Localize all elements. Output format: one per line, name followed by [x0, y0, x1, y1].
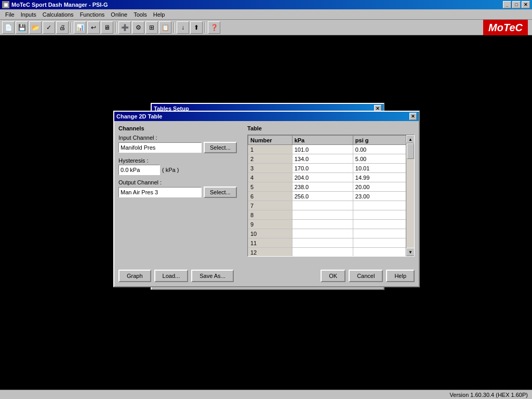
output-channel-select-button[interactable]: Select...	[204, 187, 237, 198]
cell-number: 3	[248, 164, 292, 173]
toolbar-help[interactable]: ❓	[208, 21, 220, 34]
table-row[interactable]: 8	[248, 210, 414, 220]
toolbar-monitor[interactable]: 🖥	[101, 21, 113, 34]
cell-kpa[interactable]: 101.0	[292, 145, 353, 154]
toolbar-add[interactable]: ➕	[118, 21, 131, 34]
cell-psig[interactable]: 23.00	[353, 192, 414, 201]
cell-psig[interactable]	[353, 201, 414, 210]
cell-psig[interactable]: 14.99	[353, 173, 414, 182]
output-channel-row: Select...	[118, 187, 243, 198]
change-2d-titlebar: Change 2D Table ✕	[114, 112, 419, 121]
cell-kpa[interactable]: 238.0	[292, 182, 353, 192]
hysteresis-unit-label: ( kPa )	[162, 167, 179, 173]
toolbar-sep3	[174, 22, 175, 33]
table-body: 1101.00.002134.05.003170.010.014204.014.…	[248, 145, 414, 257]
table-row[interactable]: 5238.020.00	[248, 182, 414, 192]
motec-logo: MoTeC	[483, 20, 528, 36]
graph-button[interactable]: Graph	[118, 270, 151, 282]
app-title: MoTeC Sport Dash Manager - PSI-G	[11, 2, 108, 8]
dialog-body: Channels Input Channel : Select... Hyste…	[114, 121, 419, 265]
cell-psig[interactable]: 5.00	[353, 154, 414, 164]
menu-functions[interactable]: Functions	[77, 10, 108, 19]
ok-button[interactable]: OK	[321, 270, 345, 282]
cell-kpa[interactable]	[292, 210, 353, 220]
minimize-button[interactable]: _	[503, 1, 511, 8]
cell-psig[interactable]	[353, 238, 414, 248]
cell-psig[interactable]: 0.00	[353, 145, 414, 154]
table-row[interactable]: 11	[248, 238, 414, 248]
data-table: Number kPa psi g 1101.00.002134.05.00317…	[248, 135, 414, 257]
menu-online[interactable]: Online	[108, 10, 130, 19]
menu-calculations[interactable]: Calculations	[39, 10, 77, 19]
cell-kpa[interactable]: 256.0	[292, 192, 353, 201]
cell-number: 5	[248, 182, 292, 192]
toolbar-grid[interactable]: ⊞	[145, 21, 158, 34]
table-row[interactable]: 10	[248, 229, 414, 238]
save-as-button[interactable]: Save As...	[191, 270, 234, 282]
toolbar-open[interactable]: 📂	[29, 21, 42, 34]
app-icon: ▣	[2, 1, 9, 8]
output-channel-field[interactable]	[118, 187, 202, 197]
hysteresis-field[interactable]	[118, 165, 160, 175]
cell-kpa[interactable]: 170.0	[292, 164, 353, 173]
cell-kpa[interactable]: 134.0	[292, 154, 353, 164]
col-kpa: kPa	[292, 136, 353, 145]
cell-psig[interactable]: 20.00	[353, 182, 414, 192]
scroll-up-button[interactable]: ▲	[406, 135, 415, 143]
table-row[interactable]: 7	[248, 201, 414, 210]
cell-kpa[interactable]	[292, 229, 353, 238]
cell-kpa[interactable]: 204.0	[292, 173, 353, 182]
main-area: Tables Setup ✕ Change 2D Table ✕ Channel…	[0, 35, 532, 390]
table-row[interactable]: 6256.023.00	[248, 192, 414, 201]
input-channel-select-button[interactable]: Select...	[204, 142, 237, 153]
table-row[interactable]: 9	[248, 220, 414, 229]
table-row[interactable]: 12	[248, 248, 414, 257]
table-row[interactable]: 1101.00.00	[248, 145, 414, 154]
cell-psig[interactable]	[353, 229, 414, 238]
dialog-footer: Graph Load... Save As... OK Cancel Help	[114, 265, 419, 286]
menu-tools[interactable]: Tools	[130, 10, 150, 19]
table-row[interactable]: 2134.05.00	[248, 154, 414, 164]
close-button[interactable]: ✕	[522, 1, 530, 8]
toolbar-up[interactable]: ⬆	[190, 21, 203, 34]
scroll-thumb[interactable]	[407, 143, 414, 159]
table-row[interactable]: 3170.010.01	[248, 164, 414, 173]
input-channel-field[interactable]	[118, 142, 202, 153]
scroll-track	[406, 143, 414, 248]
table-row[interactable]: 4204.014.99	[248, 173, 414, 182]
cell-number: 4	[248, 173, 292, 182]
cell-number: 9	[248, 220, 292, 229]
toolbar-save[interactable]: 💾	[16, 21, 28, 34]
cell-kpa[interactable]	[292, 220, 353, 229]
cell-psig[interactable]	[353, 248, 414, 257]
toolbar-down[interactable]: ↓	[177, 21, 189, 34]
title-bar: ▣ MoTeC Sport Dash Manager - PSI-G _ □ ✕	[0, 0, 532, 9]
toolbar-settings[interactable]: ⚙	[132, 21, 144, 34]
toolbar-chart[interactable]: 📊	[74, 21, 86, 34]
cell-number: 8	[248, 210, 292, 220]
cell-kpa[interactable]	[292, 238, 353, 248]
toolbar-list[interactable]: 📋	[159, 21, 171, 34]
table-scrollbar[interactable]: ▲ ▼	[406, 135, 414, 256]
menu-inputs[interactable]: Inputs	[18, 10, 39, 19]
menu-bar: File Inputs Calculations Functions Onlin…	[0, 9, 532, 20]
change-2d-close-button[interactable]: ✕	[409, 113, 417, 120]
toolbar-check[interactable]: ✓	[43, 21, 55, 34]
cell-kpa[interactable]	[292, 201, 353, 210]
toolbar-new[interactable]: 📄	[2, 21, 15, 34]
toolbar-undo[interactable]: ↩	[87, 21, 100, 34]
scroll-down-button[interactable]: ▼	[406, 248, 415, 256]
cell-psig[interactable]	[353, 220, 414, 229]
maximize-button[interactable]: □	[512, 1, 521, 8]
menu-help[interactable]: Help	[150, 10, 168, 19]
menu-file[interactable]: File	[2, 10, 18, 19]
cell-kpa[interactable]	[292, 248, 353, 257]
cell-psig[interactable]	[353, 210, 414, 220]
load-button[interactable]: Load...	[154, 270, 189, 282]
toolbar-print[interactable]: 🖨	[56, 21, 69, 34]
cancel-button[interactable]: Cancel	[349, 270, 383, 282]
cell-number: 7	[248, 201, 292, 210]
hysteresis-label: Hysteresis :	[118, 157, 243, 164]
cell-psig[interactable]: 10.01	[353, 164, 414, 173]
help-button[interactable]: Help	[386, 270, 415, 282]
